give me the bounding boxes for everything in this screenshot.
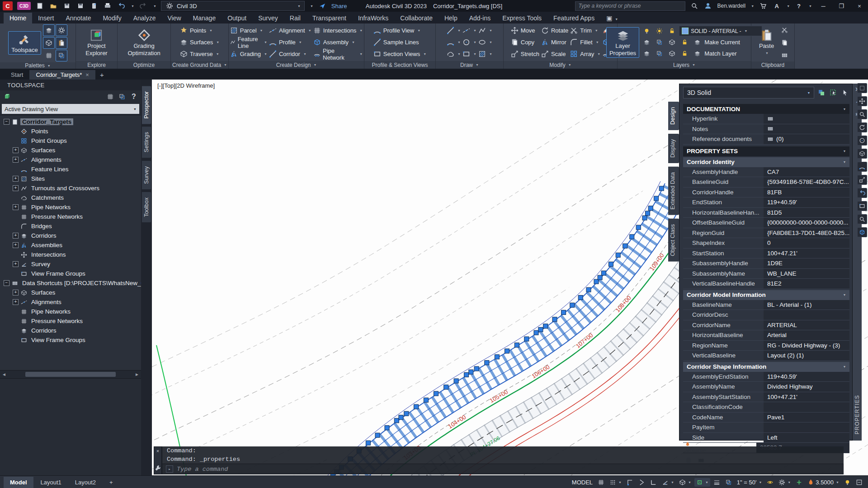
copy-clip-icon[interactable] bbox=[779, 37, 790, 48]
corridor-grip[interactable] bbox=[454, 379, 458, 383]
window-close-button[interactable]: × bbox=[853, 0, 866, 11]
sample-lines[interactable]: Sample Lines bbox=[373, 37, 426, 48]
undo-caret[interactable]: ▼ bbox=[131, 5, 134, 8]
command-input[interactable]: ▸ Type a command bbox=[162, 464, 844, 474]
rotate-button[interactable]: Rotate bbox=[541, 25, 568, 37]
property-row-assemblyendstation[interactable]: AssemblyEndStation119+40.59' bbox=[683, 372, 849, 382]
status-isodraft[interactable]: ▼ bbox=[677, 478, 693, 487]
ribbon-tab-output[interactable]: Output bbox=[222, 13, 252, 23]
tree-item-sites[interactable]: +Sites bbox=[0, 174, 141, 183]
ribbon-tab-analyze[interactable]: Analyze bbox=[127, 13, 162, 23]
mirror-button[interactable]: Mirror bbox=[541, 37, 568, 48]
xline-icon[interactable]: ▼ bbox=[462, 25, 476, 37]
ribbon-tab-express-tools[interactable]: Express Tools bbox=[496, 13, 547, 23]
ribbon-tab-collaborate[interactable]: Collaborate bbox=[394, 13, 439, 23]
corridor-grip[interactable] bbox=[598, 275, 602, 280]
pipe-network-dropdown[interactable]: Pipe Network▼ bbox=[313, 48, 363, 60]
layer-properties-button[interactable]: LayerProperties bbox=[606, 27, 639, 58]
detail-table-icon[interactable] bbox=[767, 116, 774, 122]
signed-in-user[interactable]: Ben.wardell bbox=[717, 3, 745, 9]
corridor-grip[interactable] bbox=[654, 196, 659, 201]
corridor-grip[interactable] bbox=[424, 398, 428, 402]
status-workspace-switching[interactable]: ▼ bbox=[777, 478, 793, 487]
plot-icon[interactable] bbox=[103, 1, 112, 10]
tree-expander-icon[interactable]: + bbox=[13, 233, 19, 239]
corridor-grip[interactable] bbox=[543, 324, 548, 328]
corridor-grip[interactable] bbox=[404, 411, 409, 416]
corridor-grip[interactable] bbox=[394, 418, 399, 423]
tree-item-point-groups[interactable]: +Point Groups bbox=[0, 136, 141, 145]
profile-dropdown[interactable]: Profile▼ bbox=[269, 37, 311, 48]
tree-item-view-frame-groups[interactable]: +View Frame Groups bbox=[0, 335, 141, 345]
tree-expander-icon[interactable]: − bbox=[4, 280, 9, 286]
intersections-dropdown[interactable]: Intersections▼ bbox=[313, 25, 363, 37]
tree-expander-icon[interactable]: + bbox=[13, 147, 19, 153]
tree-item-surfaces[interactable]: +Surfaces bbox=[0, 288, 141, 297]
make-current-button[interactable]: Make Current bbox=[704, 39, 740, 46]
redo-caret[interactable]: ▼ bbox=[153, 5, 156, 8]
layer-tool-icon-2[interactable] bbox=[654, 37, 665, 48]
properties-tab-extended-data[interactable]: Extended Data bbox=[668, 167, 679, 215]
tree-item-survey[interactable]: +Survey bbox=[0, 259, 141, 269]
corridor-grip[interactable] bbox=[561, 310, 566, 314]
tree-item-view-frame-groups[interactable]: +View Frame Groups bbox=[0, 269, 141, 278]
corridor-grip[interactable] bbox=[636, 225, 641, 230]
status-hardware-accel[interactable]: 3.5000▼ bbox=[806, 478, 841, 487]
status-model-space-toggle[interactable]: MODEL bbox=[570, 478, 594, 487]
corridor-grip[interactable] bbox=[648, 206, 653, 211]
line-icon[interactable]: ▼ bbox=[447, 25, 461, 37]
trim-button[interactable]: Trim▼ bbox=[570, 25, 600, 37]
property-row-regionguid[interactable]: RegionGuid{FA8D8E13-7D01-48E0-B25... bbox=[683, 228, 849, 239]
traverse-dropdown[interactable]: Traverse▼ bbox=[180, 48, 219, 60]
corridor-grip[interactable] bbox=[616, 253, 620, 258]
corridor-grip[interactable] bbox=[586, 287, 591, 292]
array-button[interactable]: Array▼ bbox=[570, 48, 600, 60]
nav-show-motion-icon[interactable] bbox=[857, 162, 867, 172]
points-dropdown[interactable]: Points▼ bbox=[180, 25, 219, 37]
polyline-icon[interactable]: ▼ bbox=[478, 25, 492, 37]
layer-tool-icon-6[interactable] bbox=[641, 48, 652, 59]
panel-label-draw[interactable]: Draw▼ bbox=[436, 61, 503, 69]
save-as-icon[interactable] bbox=[76, 1, 85, 10]
layer-unlock-icon[interactable] bbox=[666, 26, 677, 37]
ribbon-tab-transparent[interactable]: Transparent bbox=[307, 13, 352, 23]
arc-icon[interactable]: ▼ bbox=[447, 37, 461, 48]
window-restore-button[interactable]: ❐ bbox=[835, 0, 848, 11]
hatch-icon[interactable]: ▼ bbox=[478, 48, 492, 60]
panel-label-layers[interactable]: Layers▼ bbox=[618, 61, 751, 69]
select-objects-icon[interactable] bbox=[829, 88, 838, 97]
tree-expander-icon[interactable]: + bbox=[13, 204, 19, 210]
stretch-button[interactable]: Stretch bbox=[511, 48, 539, 60]
layer-tool-icon-5[interactable] bbox=[692, 37, 703, 48]
nav-extents-icon[interactable] bbox=[857, 175, 867, 185]
toolspace-button[interactable]: Toolspace bbox=[8, 31, 41, 55]
command-close-icon[interactable]: × bbox=[156, 448, 159, 454]
toolspace-hscrollbar[interactable]: ◄► bbox=[0, 370, 141, 378]
corridor-grip[interactable] bbox=[434, 391, 439, 396]
circle-icon[interactable]: ▼ bbox=[462, 37, 476, 48]
tree-expander-icon[interactable]: + bbox=[13, 242, 19, 248]
tree-item-points[interactable]: +Points bbox=[0, 127, 141, 136]
status-polar-tracking[interactable]: ▼ bbox=[660, 478, 676, 487]
search-icon[interactable] bbox=[690, 1, 699, 10]
status-ortho-mode[interactable] bbox=[648, 478, 659, 487]
tree-expander-icon[interactable]: + bbox=[13, 261, 19, 267]
tree-item-feature-lines[interactable]: +Feature Lines bbox=[0, 164, 141, 174]
property-row-corridordesc[interactable]: CorridorDesc bbox=[683, 310, 849, 320]
match-layer-button[interactable]: Match Layer bbox=[704, 50, 737, 57]
new-layout-button[interactable]: + bbox=[103, 477, 119, 488]
properties-tab-object-class[interactable]: Object Class bbox=[668, 219, 679, 262]
layer-tool-icon-7[interactable] bbox=[654, 48, 665, 59]
corridor-grip[interactable] bbox=[495, 355, 499, 359]
paste-special-icon[interactable] bbox=[779, 50, 790, 61]
detail-table-icon[interactable] bbox=[767, 126, 774, 132]
toolspace-tab-settings[interactable]: Settings bbox=[142, 127, 151, 158]
status-clean-screen[interactable] bbox=[854, 478, 864, 487]
window-minimize-button[interactable]: ─ bbox=[816, 0, 830, 11]
tree-expander-icon[interactable]: − bbox=[4, 119, 9, 125]
workspace-combo[interactable]: Civil 3D▼ bbox=[161, 1, 305, 11]
section-header-property-sets[interactable]: PROPERTY SETS▼ bbox=[683, 146, 849, 156]
property-row-subassemblyhandle[interactable]: SubassemblyHandle1D9E bbox=[683, 258, 849, 269]
share-icon[interactable] bbox=[318, 1, 327, 10]
quick-select-icon[interactable] bbox=[840, 88, 849, 97]
